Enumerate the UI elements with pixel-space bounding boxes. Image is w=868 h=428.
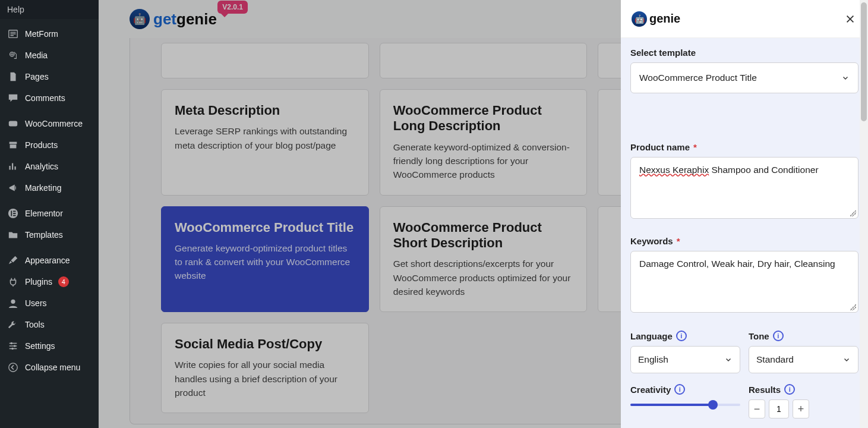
results-label: Results i: [749, 384, 858, 395]
sidebar-sep: [0, 19, 99, 23]
svg-rect-8: [13, 213, 16, 214]
sliders-icon: [7, 340, 19, 352]
drawer-scrollbar[interactable]: [860, 0, 868, 428]
user-icon: [7, 297, 19, 309]
sidebar-item-label: Marketing: [25, 183, 61, 193]
sidebar-item-media[interactable]: Media: [0, 45, 99, 66]
scrollbar-thumb[interactable]: [861, 2, 867, 121]
svg-rect-9: [13, 215, 16, 216]
elementor-icon: [7, 207, 19, 219]
svg-rect-2: [9, 121, 17, 127]
chevron-down-icon: [842, 355, 851, 364]
select-template-value: WooCommerce Product Title: [639, 73, 757, 83]
form-icon: [7, 28, 19, 40]
sidebar-item-analytics[interactable]: Analytics: [0, 156, 99, 177]
svg-point-10: [11, 300, 15, 304]
sidebar-item-plugins[interactable]: Plugins 4: [0, 271, 99, 292]
svg-rect-4: [10, 144, 17, 148]
sidebar-item-settings[interactable]: Settings: [0, 335, 99, 357]
sidebar-item-metform[interactable]: MetForm: [0, 23, 99, 45]
sidebar-item-label: Pages: [25, 72, 49, 81]
woocommerce-icon: [7, 118, 19, 130]
brand-mark-icon: 🤖: [632, 11, 647, 27]
keywords-label: Keywords*: [630, 236, 858, 246]
page-icon: [7, 71, 19, 83]
results-stepper: − 1 +: [749, 399, 858, 418]
sidebar-item-pages[interactable]: Pages: [0, 66, 99, 87]
sidebar-item-label: MetForm: [25, 29, 58, 39]
results-increment-button[interactable]: +: [793, 399, 809, 418]
sidebar-item-collapse[interactable]: Collapse menu: [0, 357, 99, 378]
tone-select[interactable]: Standard: [749, 346, 858, 373]
product-name-value-part1: Nexxus Keraphix: [639, 165, 709, 175]
sidebar-item-woocommerce[interactable]: WooCommerce: [0, 113, 99, 134]
drawer-brand: 🤖 genie: [632, 11, 680, 27]
sidebar-item-label: WooCommerce: [25, 119, 83, 128]
sidebar-item-label: Templates: [25, 230, 63, 240]
language-label: Language i: [630, 331, 740, 341]
collapse-icon: [7, 361, 19, 373]
megaphone-icon: [7, 182, 19, 194]
drawer-header: 🤖 genie: [621, 0, 868, 38]
sidebar-item-marketing[interactable]: Marketing: [0, 177, 99, 199]
sidebar-item-label: Appearance: [25, 256, 70, 265]
sidebar-item-label: Help: [7, 5, 24, 14]
brush-icon: [7, 254, 19, 266]
chevron-down-icon: [841, 74, 850, 82]
close-icon: [845, 14, 856, 24]
sidebar-sep: [0, 246, 99, 250]
svg-rect-7: [13, 211, 16, 212]
sidebar-item-label: Comments: [25, 93, 65, 103]
slider-track: [630, 404, 740, 406]
keywords-value: Damage Control, Weak hair, Dry hair, Cle…: [639, 259, 835, 269]
folder-icon: [7, 229, 19, 241]
chevron-down-icon: [724, 355, 733, 364]
sidebar-item-label: Products: [25, 140, 58, 150]
sidebar-item-comments[interactable]: Comments: [0, 87, 99, 109]
slider-fill: [630, 404, 713, 406]
info-icon[interactable]: i: [674, 384, 685, 395]
sidebar-item-products[interactable]: Products: [0, 134, 99, 156]
info-icon[interactable]: i: [676, 331, 687, 341]
product-name-input[interactable]: Nexxus Keraphix Shampoo and Conditioner: [630, 157, 858, 219]
sidebar-item-label: Tools: [25, 320, 45, 329]
sidebar-item-label: Elementor: [25, 209, 63, 218]
sidebar-item-help[interactable]: Help: [0, 0, 99, 19]
info-icon[interactable]: i: [784, 384, 795, 395]
sidebar-item-label: Users: [25, 298, 47, 308]
sidebar-item-tools[interactable]: Tools: [0, 314, 99, 335]
sidebar-item-elementor[interactable]: Elementor: [0, 203, 99, 224]
svg-point-13: [11, 348, 14, 350]
sidebar-item-label: Media: [25, 51, 48, 60]
sidebar-item-label: Collapse menu: [25, 363, 80, 372]
results-decrement-button[interactable]: −: [749, 399, 765, 418]
sidebar-item-label: Plugins: [25, 277, 52, 287]
sidebar-item-templates[interactable]: Templates: [0, 224, 99, 246]
creativity-label: Creativity i: [630, 384, 740, 395]
language-select[interactable]: English: [630, 346, 740, 373]
select-template-dropdown[interactable]: WooCommerce Product Title: [630, 62, 858, 93]
sidebar-item-appearance[interactable]: Appearance: [0, 250, 99, 271]
genie-drawer: 🤖 genie Select template WooCommerce Prod…: [621, 0, 868, 428]
sidebar-sep: [0, 199, 99, 203]
sidebar-item-label: Analytics: [25, 162, 58, 171]
product-name-value-part2: Shampoo and Conditioner: [709, 165, 818, 175]
sidebar-sep: [0, 109, 99, 113]
app-root: Help MetForm Media Pages Comments WooCom…: [0, 0, 868, 428]
close-button[interactable]: [843, 12, 857, 26]
slider-thumb[interactable]: [708, 400, 718, 410]
keywords-input[interactable]: Damage Control, Weak hair, Dry hair, Cle…: [630, 251, 858, 313]
brand-wordmark: genie: [649, 12, 680, 26]
sidebar-item-label: Settings: [25, 341, 55, 351]
creativity-slider[interactable]: [630, 399, 740, 410]
info-icon[interactable]: i: [773, 331, 784, 341]
language-value: English: [638, 354, 668, 365]
svg-point-14: [9, 363, 17, 372]
svg-point-12: [14, 345, 16, 347]
chart-icon: [7, 160, 19, 172]
plug-icon: [7, 276, 19, 288]
sidebar-item-users[interactable]: Users: [0, 292, 99, 314]
product-name-label: Product name*: [630, 142, 858, 152]
media-icon: [7, 49, 19, 61]
results-value[interactable]: 1: [769, 399, 789, 418]
